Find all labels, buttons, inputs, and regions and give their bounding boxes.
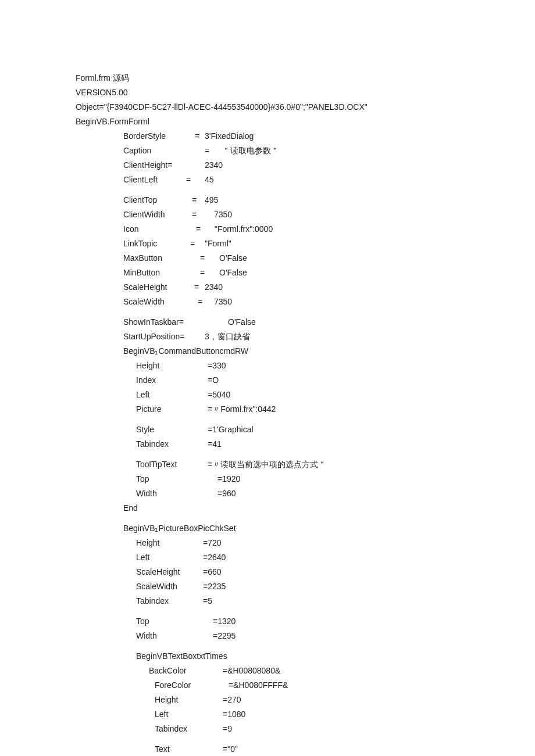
prop-value: =1320 [213, 615, 236, 628]
txttimes-tabindex: Tabindex=9 [155, 723, 535, 735]
prop-label: Picture [136, 403, 208, 415]
cmdrw-index: Index=O [136, 374, 535, 386]
prop-label: Top [136, 615, 213, 628]
prop-eq: = [186, 174, 205, 186]
prop-value: =720 [203, 537, 222, 549]
picchkset-width: Width=2295 [136, 630, 535, 642]
code-document: Forml.frm 源码 VERSlON5.00 Object="{F3940C… [0, 0, 535, 755]
prop-label: ScaleHeight [136, 566, 203, 578]
prop-eq: = [205, 145, 222, 157]
prop-value: =270 [223, 694, 241, 706]
prop-value: "Forml.frx":0000 [215, 223, 273, 235]
header-line-2: VERSlON5.00 [76, 87, 535, 99]
prop-value: =41 [208, 438, 222, 450]
prop-value: =〃Forml.frx":0442 [208, 403, 276, 415]
prop-value: "Forml" [205, 238, 231, 250]
prop-value: =660 [203, 566, 222, 578]
prop-label: Height [136, 537, 203, 549]
prop-label: ScaleHeight [123, 281, 194, 293]
prop-label: Tabindex [136, 595, 203, 607]
prop-eq: = [200, 252, 219, 264]
prop-label: ClientTop [123, 194, 192, 206]
prop-label: Height [136, 360, 208, 372]
header-line-1: Forml.frm 源码 [76, 72, 535, 84]
prop-value: 3，窗口缺省 [205, 331, 250, 343]
txttimes-height: Height=270 [155, 694, 535, 706]
txttimes-forecolor: ForeColor=&H0080FFFF& [155, 679, 535, 691]
picchkset-scalewidth: ScaleWidth=2235 [136, 581, 535, 593]
prop-label: ClientHeight= [123, 159, 205, 171]
prop-maxbutton: MaxButton=O'False [123, 252, 535, 264]
prop-label: BackColor [149, 665, 223, 677]
cmdrw-width: Width=960 [136, 488, 535, 500]
prop-showintaskbar: ShowInTaskbar=O'False [123, 316, 535, 328]
prop-value: =2640 [203, 551, 226, 564]
prop-value: =&H00808080& [223, 665, 280, 677]
cmdrw-picture: Picture=〃Forml.frx":0442 [136, 403, 535, 415]
prop-value: 7350 [214, 296, 232, 308]
prop-label: ClientWidth [123, 209, 192, 221]
cmdrw-properties: Height=330 Index=O Left=5040 Picture=〃Fo… [136, 360, 535, 500]
prop-label: ForeColor [155, 679, 229, 691]
begin-cmdrw: BeginVB₁CommandButtoncmdRW [123, 345, 535, 357]
prop-label: Height [155, 694, 223, 706]
prop-value: O'False [219, 252, 247, 264]
prop-label: Width [136, 630, 213, 642]
prop-label: ClientLeft [123, 174, 186, 186]
prop-value: =5 [203, 595, 212, 607]
prop-value: =1'Graphical [208, 424, 254, 436]
picchkset-tabindex: Tabindex=5 [136, 595, 535, 607]
prop-eq: = [194, 281, 205, 293]
cmdrw-left: Left=5040 [136, 389, 535, 401]
txttimes-left: Left=1080 [155, 708, 535, 721]
prop-value: =2295 [213, 630, 236, 642]
prop-label: Top [136, 473, 217, 485]
prop-value: ="0" [223, 743, 238, 755]
cmdrw-height: Height=330 [136, 360, 535, 372]
prop-value: =〃读取当前选中项的选点方式＂ [208, 458, 326, 471]
prop-label: Left [136, 551, 203, 564]
prop-value: =960 [217, 488, 236, 500]
txttimes-properties: BackColor=&H00808080& ForeColor=&H0080FF… [149, 665, 535, 755]
prop-label: Tabindex [155, 723, 223, 735]
prop-value: =330 [208, 360, 226, 372]
prop-value: 45 [205, 174, 214, 186]
prop-minbutton: MinButton=O'False [123, 267, 535, 279]
txttimes-backcolor: BackColor=&H00808080& [149, 665, 535, 677]
prop-value: =O [208, 374, 219, 386]
prop-label: Width [136, 488, 217, 500]
prop-value: 2340 [205, 281, 223, 293]
prop-eq: = [192, 209, 214, 221]
prop-label: MaxButton [123, 252, 200, 264]
prop-eq: = [195, 130, 205, 142]
end-cmdrw: End [123, 502, 535, 514]
picchkset-height: Height=720 [136, 537, 535, 549]
prop-label: Caption [123, 145, 205, 157]
prop-label: Left [155, 708, 223, 721]
prop-eq: = [198, 296, 214, 308]
prop-label: Tabindex [136, 438, 208, 450]
prop-value: =1920 [217, 473, 240, 485]
cmdrw-tooltiptext: ToolTipText=〃读取当前选中项的选点方式＂ [136, 458, 535, 471]
prop-value: 3'FixedDialog [205, 130, 254, 142]
prop-label: MinButton [123, 267, 200, 279]
prop-clienttop: ClientTop=495 [123, 194, 535, 206]
picchkset-top: Top=1320 [136, 615, 535, 628]
header-line-4: BeginVB.FormForml [76, 116, 535, 128]
prop-label: Left [136, 389, 208, 401]
prop-value: =&H0080FFFF& [229, 679, 288, 691]
header-line-3: Object="{F3940CDF-5C27-llDl-ACEC-4445535… [76, 101, 535, 113]
prop-label: BorderStyle [123, 130, 195, 142]
prop-value: ＂读取电参数＂ [222, 145, 279, 157]
prop-label: LinkTopic [123, 238, 190, 250]
cmdrw-top: Top=1920 [136, 473, 535, 485]
prop-value: =9 [223, 723, 232, 735]
prop-eq: = [196, 223, 215, 235]
prop-clientwidth: ClientWidth=7350 [123, 209, 535, 221]
prop-startupposition: StartUpPosition=3，窗口缺省 [123, 331, 535, 343]
prop-borderstyle: BorderStyle=3'FixedDialog [123, 130, 535, 142]
prop-linktopic: LinkTopic="Forml" [123, 238, 535, 250]
begin-txttimes: BeginVBTextBoxtxtTimes [136, 650, 535, 662]
prop-label: ScaleWidth [136, 581, 203, 593]
prop-label: ShowInTaskbar= [123, 316, 228, 328]
